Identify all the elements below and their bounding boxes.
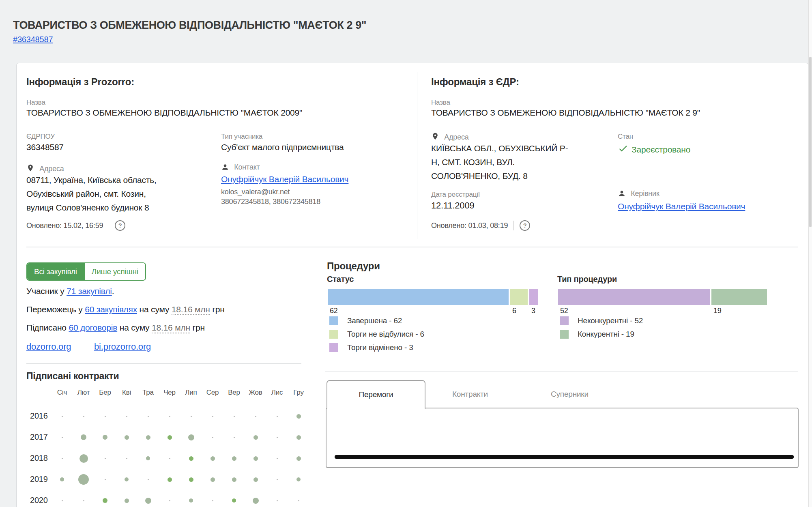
- signed-line: Підписано 60 договорів на суму 18.16 млн…: [26, 323, 205, 333]
- prozorro-panel-heading: Інформація з Prozorro:: [26, 76, 134, 88]
- edr-head-name-link[interactable]: Онуфрійчук Валерій Васильович: [618, 202, 745, 211]
- contract-dot: [168, 477, 172, 482]
- location-pin-icon: [26, 163, 34, 174]
- contract-dot: [105, 458, 106, 459]
- legend-label: Торги відмінено - 3: [347, 343, 413, 352]
- contract-dot: [125, 477, 129, 481]
- edr-head-label: Керівник: [631, 189, 659, 198]
- contract-dot: [296, 414, 301, 419]
- signed-sum: 18.16 млн: [152, 323, 190, 333]
- year-label: 2016: [30, 411, 54, 421]
- tab-rivals[interactable]: Суперники: [551, 390, 589, 399]
- winner-currency: грн: [210, 305, 225, 314]
- tab-contracts[interactable]: Контракти: [452, 390, 488, 399]
- edr-address-row: Адреса: [431, 131, 469, 143]
- legend-swatch: [329, 330, 338, 339]
- signed-count-link[interactable]: 60 договорів: [69, 323, 117, 332]
- contract-dot: [277, 500, 278, 501]
- year-label: 2020: [30, 496, 54, 505]
- tab-content-card: [326, 408, 799, 468]
- contract-dot: [148, 479, 149, 480]
- company-id-link[interactable]: #36348587: [13, 35, 53, 44]
- contracts-chart-heading: Підписані контракти: [26, 371, 119, 382]
- bar-segment: [558, 289, 710, 305]
- legend-swatch: [329, 316, 338, 325]
- bar-segment-label: 19: [713, 307, 722, 315]
- bar-segment-label: 52: [560, 307, 568, 315]
- contract-dot: [253, 456, 258, 461]
- month-label: Сер: [200, 389, 225, 397]
- contract-dot: [62, 500, 63, 501]
- contract-dot: [253, 477, 258, 482]
- contract-dot: [126, 458, 127, 459]
- bi-prozorro-link[interactable]: bi.prozorro.org: [94, 342, 151, 352]
- page-title: ТОВАРИСТВО З ОБМЕЖЕНОЮ ВІДПОВІДАЛЬНІСТЮ …: [13, 19, 366, 32]
- contract-dot: [169, 416, 170, 417]
- info-panels-divider: [417, 72, 417, 239]
- updated-divider: [513, 221, 514, 230]
- contract-dot: [212, 500, 213, 501]
- contract-dot: [189, 477, 193, 482]
- contract-dot: [277, 458, 278, 459]
- contract-dot: [103, 498, 107, 503]
- person-icon: [221, 163, 229, 173]
- bar-segment-label: 62: [330, 307, 338, 315]
- legend-label: Завершена - 62: [347, 316, 402, 325]
- person-icon: [618, 189, 626, 199]
- edr-state-value: Зареєстровано: [632, 145, 690, 155]
- edr-address-label: Адреса: [444, 133, 468, 141]
- participant-count-link[interactable]: 71 закупівлі: [67, 286, 112, 296]
- contract-dot: [234, 437, 235, 438]
- contract-dot: [188, 434, 194, 440]
- prozorro-contact-label: Контакт: [234, 163, 260, 171]
- contract-dot: [212, 437, 213, 438]
- contract-dot: [296, 477, 301, 481]
- prozorro-contact-name-link[interactable]: Онуфрійчук Валерій Васильович: [221, 174, 348, 184]
- bar-segment: [529, 289, 538, 305]
- prozorro-contact-phones: 380672345818, 380672345818: [221, 198, 320, 206]
- edr-head-row: Керівник: [618, 189, 659, 199]
- contract-dot: [253, 435, 258, 440]
- procedures-heading: Процедури: [327, 260, 380, 272]
- toggle-successful-only[interactable]: Лише успішні: [84, 263, 145, 280]
- prozorro-contact-email: kolos_valera@ukr.net: [221, 188, 290, 196]
- updated-divider: [109, 221, 109, 230]
- winner-count-link[interactable]: 60 закупівлях: [85, 305, 137, 314]
- help-icon[interactable]: ?: [520, 220, 530, 231]
- help-icon[interactable]: ?: [115, 220, 125, 231]
- prozorro-updated-text: Оновлено: 15.02, 16:59: [26, 221, 103, 230]
- edr-address-line: Н, СМТ. КОЗИН, ВУЛ.: [431, 157, 515, 167]
- prozorro-updated-row: Оновлено: 15.02, 16:59 ?: [26, 220, 125, 231]
- bar-segment-label: 3: [531, 307, 535, 315]
- dozorro-link[interactable]: dozorro.org: [26, 342, 71, 352]
- prozorro-type-label: Тип учасника: [221, 133, 262, 141]
- month-label: Чер: [157, 389, 182, 397]
- bar-segment-label: 6: [512, 307, 516, 315]
- contract-dot: [145, 498, 151, 504]
- legend-label: Торги не відбулися - 6: [347, 330, 424, 339]
- contract-dot: [232, 498, 236, 503]
- month-label: Тра: [136, 389, 160, 397]
- contract-dot: [234, 416, 235, 417]
- procedures-separator: [325, 371, 798, 372]
- contract-dot: [168, 435, 172, 440]
- month-label: Січ: [50, 389, 74, 397]
- prozorro-address-label: Адреса: [39, 165, 64, 173]
- month-label: Гру: [286, 389, 311, 397]
- contract-dot: [191, 416, 192, 417]
- bar-segment: [510, 289, 528, 305]
- contract-dot: [232, 477, 236, 482]
- prozorro-edrpou-label: ЄДРПОУ: [26, 133, 55, 141]
- winner-mid: на суму: [137, 305, 172, 314]
- page-scrollbar-thumb[interactable]: [809, 57, 812, 227]
- participant-line: Учасник у 71 закупівлі.: [26, 286, 114, 296]
- stats-separator: [26, 363, 301, 364]
- legend-swatch: [560, 330, 569, 339]
- toggle-all-purchases[interactable]: Всі закупівлі: [27, 263, 84, 280]
- bar-segment: [711, 289, 767, 305]
- contract-dot: [125, 435, 129, 440]
- contract-dot: [232, 456, 236, 461]
- contract-dot: [126, 416, 127, 417]
- tab-wins[interactable]: Перемоги: [327, 380, 425, 409]
- table-horizontal-scrollbar[interactable]: [335, 455, 794, 459]
